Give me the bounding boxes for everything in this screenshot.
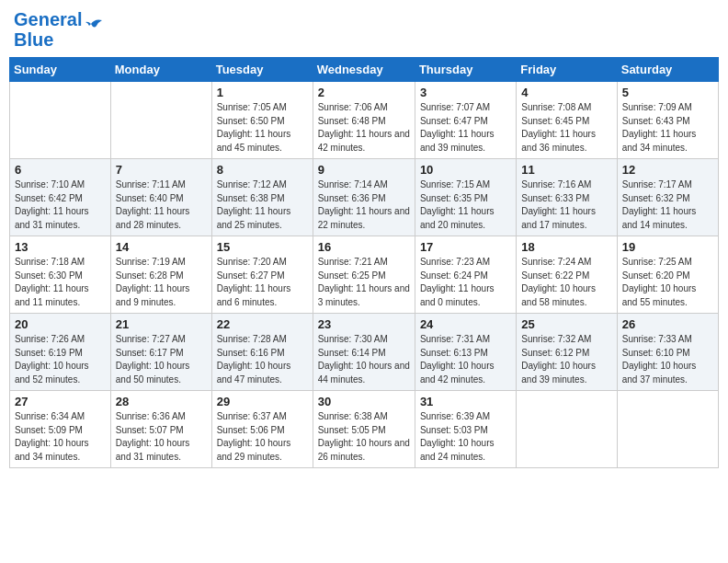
- calendar-cell: [617, 391, 718, 468]
- day-number: 22: [217, 317, 308, 331]
- day-of-week-header: Thursday: [415, 58, 516, 82]
- calendar-week-row: 27 Sunrise: 6:34 AMSunset: 5:09 PMDaylig…: [10, 391, 719, 468]
- day-info: Sunrise: 7:08 AMSunset: 6:45 PMDaylight:…: [521, 102, 596, 153]
- calendar-week-row: 6 Sunrise: 7:10 AMSunset: 6:42 PMDayligh…: [10, 159, 719, 236]
- calendar-cell: [10, 82, 111, 159]
- calendar-cell: 29 Sunrise: 6:37 AMSunset: 5:06 PMDaylig…: [211, 391, 313, 468]
- day-number: 9: [318, 163, 410, 177]
- calendar-cell: 12 Sunrise: 7:17 AMSunset: 6:32 PMDaylig…: [617, 159, 718, 236]
- calendar-cell: 19 Sunrise: 7:25 AMSunset: 6:20 PMDaylig…: [617, 236, 718, 314]
- day-info: Sunrise: 7:33 AMSunset: 6:10 PMDaylight:…: [622, 334, 697, 385]
- day-info: Sunrise: 7:06 AMSunset: 6:48 PMDaylight:…: [318, 102, 410, 153]
- day-info: Sunrise: 7:18 AMSunset: 6:30 PMDaylight:…: [15, 257, 89, 307]
- calendar-cell: 16 Sunrise: 7:21 AMSunset: 6:25 PMDaylig…: [313, 236, 415, 314]
- calendar-cell: 1 Sunrise: 7:05 AMSunset: 6:50 PMDayligh…: [211, 82, 313, 159]
- calendar-week-row: 13 Sunrise: 7:18 AMSunset: 6:30 PMDaylig…: [10, 236, 719, 314]
- day-number: 3: [420, 86, 511, 99]
- day-number: 26: [622, 317, 713, 331]
- calendar-cell: 5 Sunrise: 7:09 AMSunset: 6:43 PMDayligh…: [617, 82, 718, 159]
- day-number: 11: [521, 163, 611, 177]
- calendar-cell: 13 Sunrise: 7:18 AMSunset: 6:30 PMDaylig…: [10, 236, 111, 314]
- calendar-cell: 9 Sunrise: 7:14 AMSunset: 6:36 PMDayligh…: [313, 159, 415, 236]
- calendar-cell: 20 Sunrise: 7:26 AMSunset: 6:19 PMDaylig…: [10, 314, 111, 391]
- day-number: 21: [116, 317, 207, 331]
- logo: GeneralBlue: [14, 9, 104, 50]
- day-number: 4: [521, 86, 611, 99]
- calendar-cell: 24 Sunrise: 7:31 AMSunset: 6:13 PMDaylig…: [415, 314, 516, 391]
- calendar-cell: 22 Sunrise: 7:28 AMSunset: 6:16 PMDaylig…: [211, 314, 313, 391]
- calendar-cell: 30 Sunrise: 6:38 AMSunset: 5:05 PMDaylig…: [313, 391, 415, 468]
- day-info: Sunrise: 7:17 AMSunset: 6:32 PMDaylight:…: [622, 179, 697, 230]
- day-number: 15: [217, 240, 308, 254]
- calendar-cell: 10 Sunrise: 7:15 AMSunset: 6:35 PMDaylig…: [415, 159, 516, 236]
- day-info: Sunrise: 7:25 AMSunset: 6:20 PMDaylight:…: [622, 257, 697, 307]
- calendar-cell: 26 Sunrise: 7:33 AMSunset: 6:10 PMDaylig…: [617, 314, 718, 391]
- day-number: 10: [420, 163, 511, 177]
- day-info: Sunrise: 6:39 AMSunset: 5:03 PMDaylight:…: [420, 411, 495, 462]
- day-info: Sunrise: 7:07 AMSunset: 6:47 PMDaylight:…: [420, 102, 495, 153]
- day-info: Sunrise: 7:11 AMSunset: 6:40 PMDaylight:…: [116, 179, 190, 230]
- day-of-week-header: Sunday: [10, 58, 111, 82]
- calendar-cell: 21 Sunrise: 7:27 AMSunset: 6:17 PMDaylig…: [110, 314, 211, 391]
- day-number: 20: [15, 317, 106, 331]
- day-number: 12: [622, 163, 713, 177]
- day-number: 16: [318, 240, 410, 254]
- calendar-cell: 31 Sunrise: 6:39 AMSunset: 5:03 PMDaylig…: [415, 391, 516, 468]
- calendar-cell: 17 Sunrise: 7:23 AMSunset: 6:24 PMDaylig…: [415, 236, 516, 314]
- day-info: Sunrise: 7:31 AMSunset: 6:13 PMDaylight:…: [420, 334, 495, 385]
- day-number: 18: [521, 240, 611, 254]
- day-info: Sunrise: 7:16 AMSunset: 6:33 PMDaylight:…: [521, 179, 596, 230]
- day-info: Sunrise: 7:23 AMSunset: 6:24 PMDaylight:…: [420, 257, 495, 307]
- calendar-cell: 3 Sunrise: 7:07 AMSunset: 6:47 PMDayligh…: [415, 82, 516, 159]
- calendar-cell: [517, 391, 617, 468]
- day-info: Sunrise: 7:20 AMSunset: 6:27 PMDaylight:…: [217, 257, 291, 307]
- calendar-cell: 4 Sunrise: 7:08 AMSunset: 6:45 PMDayligh…: [517, 82, 617, 159]
- day-number: 1: [217, 86, 308, 99]
- day-info: Sunrise: 6:36 AMSunset: 5:07 PMDaylight:…: [116, 411, 190, 462]
- day-info: Sunrise: 7:14 AMSunset: 6:36 PMDaylight:…: [318, 179, 410, 230]
- calendar-cell: 11 Sunrise: 7:16 AMSunset: 6:33 PMDaylig…: [517, 159, 617, 236]
- day-info: Sunrise: 7:24 AMSunset: 6:22 PMDaylight:…: [521, 257, 596, 307]
- day-info: Sunrise: 7:09 AMSunset: 6:43 PMDaylight:…: [622, 102, 697, 153]
- day-info: Sunrise: 7:21 AMSunset: 6:25 PMDaylight:…: [318, 257, 410, 307]
- day-number: 31: [420, 395, 511, 408]
- day-info: Sunrise: 7:19 AMSunset: 6:28 PMDaylight:…: [116, 257, 190, 307]
- calendar-cell: 2 Sunrise: 7:06 AMSunset: 6:48 PMDayligh…: [313, 82, 415, 159]
- calendar-cell: 25 Sunrise: 7:32 AMSunset: 6:12 PMDaylig…: [517, 314, 617, 391]
- day-number: 2: [318, 86, 410, 99]
- day-number: 30: [318, 395, 410, 408]
- day-of-week-header: Tuesday: [211, 58, 313, 82]
- calendar-cell: 7 Sunrise: 7:11 AMSunset: 6:40 PMDayligh…: [110, 159, 211, 236]
- day-number: 24: [420, 317, 511, 331]
- day-info: Sunrise: 7:27 AMSunset: 6:17 PMDaylight:…: [116, 334, 190, 385]
- day-number: 17: [420, 240, 511, 254]
- calendar-table: SundayMondayTuesdayWednesdayThursdayFrid…: [9, 57, 719, 468]
- day-info: Sunrise: 7:12 AMSunset: 6:38 PMDaylight:…: [217, 179, 291, 230]
- day-info: Sunrise: 7:15 AMSunset: 6:35 PMDaylight:…: [420, 179, 495, 230]
- day-info: Sunrise: 6:34 AMSunset: 5:09 PMDaylight:…: [15, 411, 89, 462]
- day-of-week-header: Wednesday: [313, 58, 415, 82]
- day-number: 14: [116, 240, 207, 254]
- day-number: 13: [15, 240, 106, 254]
- day-info: Sunrise: 7:26 AMSunset: 6:19 PMDaylight:…: [15, 334, 89, 385]
- calendar-cell: 15 Sunrise: 7:20 AMSunset: 6:27 PMDaylig…: [211, 236, 313, 314]
- day-number: 8: [217, 163, 308, 177]
- day-info: Sunrise: 7:32 AMSunset: 6:12 PMDaylight:…: [521, 334, 596, 385]
- day-info: Sunrise: 7:28 AMSunset: 6:16 PMDaylight:…: [217, 334, 291, 385]
- calendar-cell: 18 Sunrise: 7:24 AMSunset: 6:22 PMDaylig…: [517, 236, 617, 314]
- calendar-week-row: 1 Sunrise: 7:05 AMSunset: 6:50 PMDayligh…: [10, 82, 719, 159]
- logo-bird-icon: [84, 17, 104, 33]
- page-header: GeneralBlue: [9, 9, 719, 50]
- day-info: Sunrise: 7:30 AMSunset: 6:14 PMDaylight:…: [318, 334, 410, 385]
- day-number: 25: [521, 317, 611, 331]
- calendar-cell: 28 Sunrise: 6:36 AMSunset: 5:07 PMDaylig…: [110, 391, 211, 468]
- calendar-cell: 6 Sunrise: 7:10 AMSunset: 6:42 PMDayligh…: [10, 159, 111, 236]
- day-info: Sunrise: 7:10 AMSunset: 6:42 PMDaylight:…: [15, 179, 89, 230]
- day-info: Sunrise: 7:05 AMSunset: 6:50 PMDaylight:…: [217, 102, 291, 153]
- day-number: 19: [622, 240, 713, 254]
- calendar-cell: [110, 82, 211, 159]
- calendar-cell: 23 Sunrise: 7:30 AMSunset: 6:14 PMDaylig…: [313, 314, 415, 391]
- day-number: 28: [116, 395, 207, 408]
- calendar-cell: 14 Sunrise: 7:19 AMSunset: 6:28 PMDaylig…: [110, 236, 211, 314]
- day-number: 5: [622, 86, 713, 99]
